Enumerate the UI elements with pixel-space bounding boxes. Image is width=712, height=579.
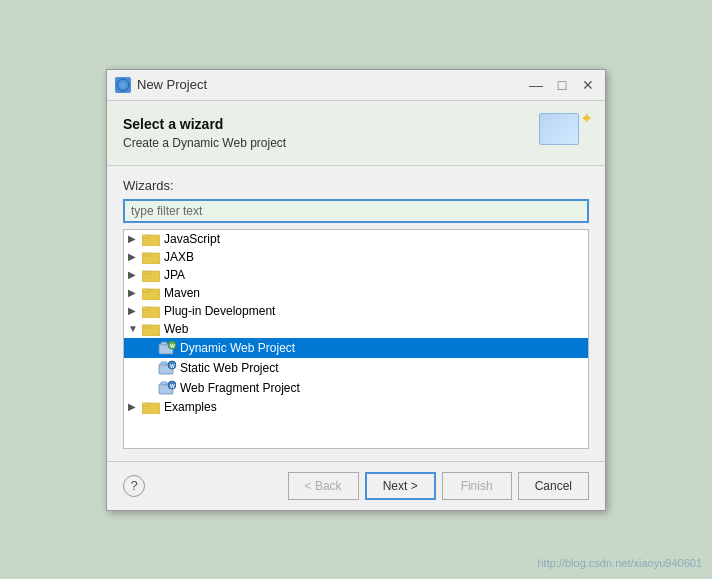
- svg-rect-11: [142, 307, 150, 310]
- tree-item-maven[interactable]: ▶ Maven: [124, 284, 588, 302]
- tree-item-jpa[interactable]: ▶ JPA: [124, 266, 588, 284]
- tree-label-jaxb: JAXB: [164, 250, 194, 264]
- svg-rect-19: [161, 362, 167, 365]
- title-bar-left: New Project: [115, 77, 207, 93]
- wizard-tree[interactable]: ▶ JavaScript ▶ JAXB ▶ JPA: [123, 229, 589, 449]
- header-text: Select a wizard Create a Dynamic Web pro…: [123, 116, 286, 150]
- toggle-plugin-dev: ▶: [128, 305, 142, 316]
- filter-input[interactable]: [123, 199, 589, 223]
- item-icon-dynamic-web: W: [158, 340, 176, 356]
- tree-label-maven: Maven: [164, 286, 200, 300]
- wizard-folder-icon: [539, 113, 579, 145]
- tree-label-dynamic-web: Dynamic Web Project: [180, 341, 295, 355]
- header-icon: ✦: [539, 113, 589, 153]
- watermark: http://blog.csdn.net/xiaoyu940601: [537, 557, 702, 569]
- svg-text:W: W: [170, 363, 175, 369]
- folder-icon-jpa: [142, 268, 160, 282]
- toggle-examples: ▶: [128, 401, 142, 412]
- tree-item-plugin-dev[interactable]: ▶ Plug-in Development: [124, 302, 588, 320]
- folder-icon-jaxb: [142, 250, 160, 264]
- header-section: Select a wizard Create a Dynamic Web pro…: [107, 101, 605, 166]
- toggle-javascript: ▶: [128, 233, 142, 244]
- header-subheading: Create a Dynamic Web project: [123, 136, 286, 150]
- tree-label-web: Web: [164, 322, 188, 336]
- tree-item-dynamic-web[interactable]: W Dynamic Web Project: [124, 338, 588, 358]
- item-icon-web-fragment: W: [158, 380, 176, 396]
- svg-rect-9: [142, 289, 150, 292]
- svg-rect-13: [142, 325, 150, 328]
- svg-rect-15: [161, 342, 167, 345]
- tree-item-web[interactable]: ▼ Web: [124, 320, 588, 338]
- folder-icon-maven: [142, 286, 160, 300]
- tree-item-jaxb[interactable]: ▶ JAXB: [124, 248, 588, 266]
- tree-label-javascript: JavaScript: [164, 232, 220, 246]
- tree-label-plugin-dev: Plug-in Development: [164, 304, 275, 318]
- bottom-left: ?: [123, 475, 145, 497]
- wizards-label: Wizards:: [123, 178, 589, 193]
- tree-item-examples[interactable]: ▶ Examples: [124, 398, 588, 416]
- close-button[interactable]: ✕: [579, 76, 597, 94]
- help-button[interactable]: ?: [123, 475, 145, 497]
- svg-rect-5: [142, 253, 150, 256]
- svg-rect-7: [142, 271, 150, 274]
- minimize-button[interactable]: —: [527, 76, 545, 94]
- toggle-jaxb: ▶: [128, 251, 142, 262]
- window-icon: [115, 77, 131, 93]
- svg-rect-27: [142, 403, 150, 406]
- item-icon-static-web: W: [158, 360, 176, 376]
- tree-item-static-web[interactable]: W Static Web Project: [124, 358, 588, 378]
- main-content: Wizards: ▶ JavaScript ▶ JAXB ▶: [107, 166, 605, 461]
- svg-point-1: [120, 82, 126, 88]
- window-title: New Project: [137, 77, 207, 92]
- tree-item-javascript[interactable]: ▶ JavaScript: [124, 230, 588, 248]
- tree-label-examples: Examples: [164, 400, 217, 414]
- header-heading: Select a wizard: [123, 116, 286, 132]
- tree-item-web-fragment[interactable]: W Web Fragment Project: [124, 378, 588, 398]
- sparkle-icon: ✦: [580, 109, 593, 128]
- toggle-web: ▼: [128, 323, 142, 334]
- folder-icon-web: [142, 322, 160, 336]
- folder-icon-plugin-dev: [142, 304, 160, 318]
- title-controls: — □ ✕: [527, 76, 597, 94]
- folder-icon-javascript: [142, 232, 160, 246]
- svg-text:W: W: [170, 383, 175, 389]
- finish-button[interactable]: Finish: [442, 472, 512, 500]
- new-project-dialog: New Project — □ ✕ Select a wizard Create…: [106, 69, 606, 511]
- tree-label-web-fragment: Web Fragment Project: [180, 381, 300, 395]
- svg-rect-23: [161, 382, 167, 385]
- bottom-bar: ? < Back Next > Finish Cancel: [107, 461, 605, 510]
- toggle-jpa: ▶: [128, 269, 142, 280]
- tree-label-static-web: Static Web Project: [180, 361, 278, 375]
- back-button[interactable]: < Back: [288, 472, 359, 500]
- title-bar: New Project — □ ✕: [107, 70, 605, 101]
- svg-text:W: W: [170, 343, 175, 349]
- folder-icon-examples: [142, 400, 160, 414]
- cancel-button[interactable]: Cancel: [518, 472, 589, 500]
- toggle-maven: ▶: [128, 287, 142, 298]
- svg-rect-3: [142, 235, 150, 238]
- bottom-right: < Back Next > Finish Cancel: [288, 472, 589, 500]
- tree-label-jpa: JPA: [164, 268, 185, 282]
- next-button[interactable]: Next >: [365, 472, 436, 500]
- maximize-button[interactable]: □: [553, 76, 571, 94]
